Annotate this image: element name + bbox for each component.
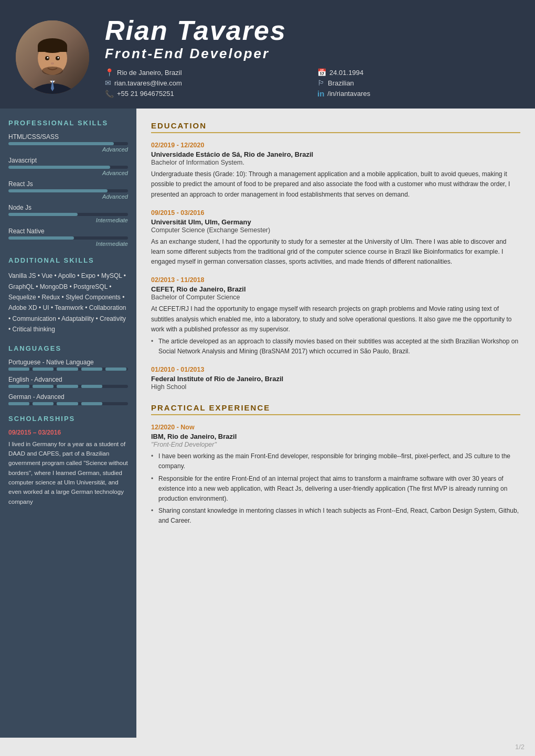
lang-bar bbox=[8, 368, 128, 371]
skill-level: Advanced bbox=[8, 170, 128, 176]
experience-list: 12/2020 - Now IBM, Rio de Janeiro, Brazi… bbox=[151, 424, 520, 526]
exp-company: IBM, Rio de Janeiro, Brazil bbox=[151, 433, 520, 440]
nationality-text: Brazilian bbox=[328, 79, 354, 87]
exp-bullet: Responsible for the entire Front-End of … bbox=[151, 474, 520, 504]
edu-degree: Bachelor of Computer Science bbox=[151, 294, 520, 301]
lang-seg bbox=[33, 368, 54, 371]
scholarships-title: SCHOLARSHIPS bbox=[8, 415, 128, 423]
skill-bar-fill bbox=[8, 213, 78, 216]
edu-institution: Universidade Estácio de Sá, Rio de Janei… bbox=[151, 150, 520, 158]
lang-seg bbox=[81, 402, 102, 405]
skills-list: HTML/CSS/SASS Advanced Javascript Advanc… bbox=[8, 133, 128, 247]
skill-name: Javascript bbox=[8, 157, 128, 164]
sidebar: PROFESSIONAL SKILLS HTML/CSS/SASS Advanc… bbox=[0, 109, 136, 738]
edu-degree: High School bbox=[151, 383, 520, 391]
page-number: 1/2 bbox=[0, 738, 535, 756]
skill-bar-fill bbox=[8, 189, 108, 192]
content: EDUCATION 02/2019 - 12/2020 Universidade… bbox=[136, 109, 535, 738]
linkedin-icon: in bbox=[317, 89, 324, 98]
lang-seg bbox=[57, 368, 78, 371]
skill-level: Advanced bbox=[8, 146, 128, 153]
language-item: Portuguese - Native Language bbox=[8, 359, 128, 371]
skill-bar-bg bbox=[8, 142, 128, 145]
svg-point-12 bbox=[42, 67, 63, 75]
phone-icon: 📞 bbox=[105, 90, 114, 98]
education-section-title: EDUCATION bbox=[151, 121, 520, 133]
edu-desc: Undergraduate thesis (Grade: 10): Throug… bbox=[151, 169, 520, 200]
edu-desc: At CEFET/RJ I had the opportunity to eng… bbox=[151, 304, 520, 334]
email-item: ✉ rian.tavares@live.com bbox=[105, 79, 307, 87]
svg-rect-6 bbox=[38, 46, 67, 52]
experience-section-title: PRACTICAL EXPERIENCE bbox=[151, 403, 520, 415]
location-icon: 📍 bbox=[105, 68, 114, 77]
language-item: German - Advanced bbox=[8, 393, 128, 405]
skill-level: Advanced bbox=[8, 193, 128, 200]
skill-level: Intermediate bbox=[8, 217, 128, 223]
header-text: Rian Tavares Front-End Developer 📍 Rio d… bbox=[105, 16, 519, 98]
skill-item: Node Js Intermediate bbox=[8, 204, 128, 223]
lang-seg bbox=[8, 368, 29, 371]
lang-name: Portuguese - Native Language bbox=[8, 359, 128, 366]
dob-text: 24.01.1994 bbox=[329, 69, 363, 77]
languages-list: Portuguese - Native Language English - A… bbox=[8, 359, 128, 405]
education-entry: 09/2015 - 03/2016 Universität Ulm, Ulm, … bbox=[151, 209, 520, 267]
full-name: Rian Tavares bbox=[105, 16, 519, 46]
lang-seg bbox=[57, 385, 78, 388]
contact-grid: 📍 Rio de Janeiro, Brazil 📅 24.01.1994 ✉ … bbox=[105, 68, 519, 98]
education-list: 02/2019 - 12/2020 Universidade Estácio d… bbox=[151, 142, 520, 391]
edu-degree: Bachelor of Information System. bbox=[151, 159, 520, 166]
edu-desc: As an exchange student, I had the opport… bbox=[151, 237, 520, 267]
professional-skills-title: PROFESSIONAL SKILLS bbox=[8, 119, 128, 127]
main-layout: PROFESSIONAL SKILLS HTML/CSS/SASS Advanc… bbox=[0, 109, 535, 738]
svg-point-9 bbox=[47, 57, 49, 58]
nationality-item: 🏳 Brazilian bbox=[317, 79, 519, 87]
edu-period: 09/2015 - 03/2016 bbox=[151, 209, 520, 217]
edu-institution: Federal Institute of Rio de Janeiro, Bra… bbox=[151, 375, 520, 383]
location-item: 📍 Rio de Janeiro, Brazil bbox=[105, 68, 307, 77]
education-entry: 02/2013 - 11/2018 CEFET, Rio de Janeiro,… bbox=[151, 276, 520, 357]
skill-bar-bg bbox=[8, 236, 128, 240]
skill-item: React Js Advanced bbox=[8, 180, 128, 200]
education-entry: 02/2019 - 12/2020 Universidade Estácio d… bbox=[151, 142, 520, 200]
languages-title: LANGUAGES bbox=[8, 344, 128, 352]
location-text: Rio de Janeiro, Brazil bbox=[117, 69, 182, 77]
email-text: rian.tavares@live.com bbox=[114, 79, 182, 87]
dob-item: 📅 24.01.1994 bbox=[317, 68, 519, 77]
lang-seg bbox=[33, 385, 54, 388]
skill-name: HTML/CSS/SASS bbox=[8, 133, 128, 141]
lang-seg bbox=[8, 402, 29, 405]
lang-seg bbox=[8, 385, 29, 388]
lang-seg bbox=[81, 368, 102, 371]
avatar bbox=[16, 20, 89, 94]
lang-name: English - Advanced bbox=[8, 376, 128, 383]
exp-bullet: I have been working as the main Front-En… bbox=[151, 451, 520, 471]
exp-role: "Front-End Developer" bbox=[151, 441, 520, 448]
calendar-icon: 📅 bbox=[317, 68, 326, 77]
edu-bullet: The article developed as an approach to … bbox=[151, 337, 520, 357]
lang-seg bbox=[105, 385, 126, 388]
scholarship-text: I lived in Germany for a year as a stude… bbox=[8, 439, 128, 507]
lang-seg bbox=[105, 402, 126, 405]
svg-point-10 bbox=[58, 57, 59, 58]
scholarship-period: 09/2015 – 03/2016 bbox=[8, 429, 128, 436]
edu-institution: Universität Ulm, Ulm, Germany bbox=[151, 218, 520, 226]
skill-name: React Native bbox=[8, 228, 128, 235]
job-title: Front-End Developer bbox=[105, 46, 519, 62]
skill-item: HTML/CSS/SASS Advanced bbox=[8, 133, 128, 153]
skill-bar-fill bbox=[8, 142, 114, 145]
edu-institution: CEFET, Rio de Janeiro, Brazil bbox=[151, 285, 520, 293]
skill-bar-bg bbox=[8, 213, 128, 216]
skill-bar-bg bbox=[8, 189, 128, 192]
edu-degree: Computer Science (Exchange Semester) bbox=[151, 226, 520, 234]
edu-period: 01/2010 - 01/2013 bbox=[151, 366, 520, 373]
edu-period: 02/2019 - 12/2020 bbox=[151, 142, 520, 149]
flag-icon: 🏳 bbox=[317, 79, 325, 87]
exp-bullet: Sharing constant knowledge in mentoring … bbox=[151, 506, 520, 526]
skill-bar-fill bbox=[8, 166, 110, 169]
email-icon: ✉ bbox=[105, 79, 111, 87]
lang-bar bbox=[8, 385, 128, 388]
skill-name: React Js bbox=[8, 180, 128, 188]
skill-level: Intermediate bbox=[8, 241, 128, 247]
linkedin-item[interactable]: in /in/riantavares bbox=[317, 89, 519, 98]
skill-item: React Native Intermediate bbox=[8, 228, 128, 247]
